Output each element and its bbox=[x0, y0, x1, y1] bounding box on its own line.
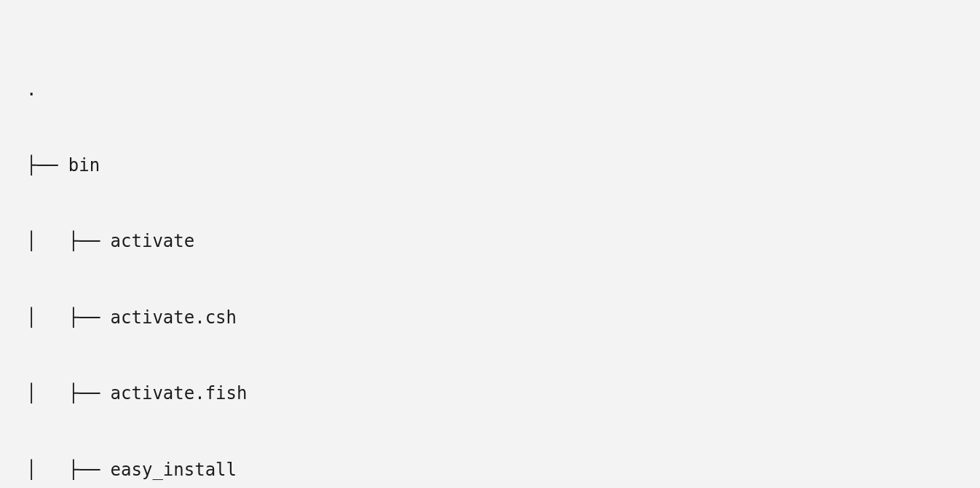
tree-line-root: . bbox=[26, 77, 954, 103]
directory-tree: . ├── bin │ ├── activate │ ├── activate.… bbox=[26, 26, 954, 488]
tree-line-bin: ├── bin bbox=[26, 153, 954, 178]
tree-line-activate: │ ├── activate bbox=[26, 229, 954, 254]
tree-line-activate-csh: │ ├── activate.csh bbox=[26, 305, 954, 331]
tree-line-activate-fish: │ ├── activate.fish bbox=[26, 381, 954, 406]
tree-line-easy-install: │ ├── easy_install bbox=[26, 457, 954, 483]
